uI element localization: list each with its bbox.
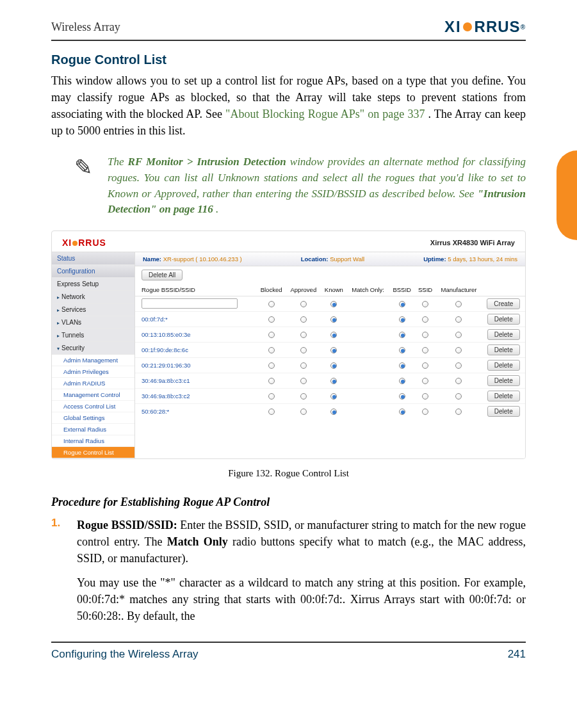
nav-admin-management[interactable]: Admin Management — [52, 355, 134, 366]
row-bssid: 00:0f:7d:* — [135, 311, 256, 327]
radio-icon[interactable] — [268, 332, 275, 338]
step1-strong: Rogue BSSID/SSID: — [77, 519, 177, 531]
col-match-manufacturer: Manufacturer — [435, 284, 482, 296]
nav-services[interactable]: ▸Services — [52, 303, 134, 316]
radio-icon[interactable] — [330, 316, 337, 323]
radio-icon[interactable] — [455, 316, 462, 323]
nav-status[interactable]: Status — [52, 252, 134, 265]
nav-internal-radius[interactable]: Internal Radius — [52, 435, 134, 447]
radio-icon[interactable] — [399, 332, 405, 338]
delete-all-button[interactable]: Delete All — [142, 270, 183, 280]
screenshot-panel: XIRRUS Xirrus XR4830 WiFi Array Status C… — [51, 231, 526, 459]
nav-global-settings[interactable]: Global Settings — [52, 412, 134, 424]
radio-icon[interactable] — [330, 332, 337, 338]
shot-logo-dot-icon — [72, 241, 77, 246]
nav-tunnels[interactable]: ▸Tunnels — [52, 329, 134, 342]
radio-icon[interactable] — [300, 301, 307, 307]
nav-rogue-control-list[interactable]: Rogue Control List — [52, 447, 134, 458]
radio-icon[interactable] — [330, 393, 337, 400]
radio-icon[interactable] — [399, 362, 405, 369]
radio-icon[interactable] — [330, 408, 337, 415]
step1-bold2: Match Only — [167, 535, 228, 548]
delete-button[interactable]: Delete — [487, 406, 520, 417]
radio-icon[interactable] — [455, 378, 462, 384]
radio-icon[interactable] — [399, 408, 405, 415]
shot-toolbar: Delete All — [135, 266, 525, 284]
radio-icon[interactable] — [268, 301, 275, 307]
nav-management-control[interactable]: Management Control — [52, 389, 134, 401]
nav-access-control-list[interactable]: Access Control List — [52, 401, 134, 412]
radio-icon[interactable] — [330, 362, 337, 369]
radio-icon[interactable] — [422, 393, 428, 400]
radio-icon[interactable] — [268, 316, 275, 323]
radio-icon[interactable] — [300, 393, 307, 400]
radio-icon[interactable] — [455, 362, 462, 369]
radio-icon[interactable] — [268, 378, 275, 384]
xirrus-logo: XI RRUS ® — [444, 18, 526, 36]
info-uptime-label: Uptime: — [423, 255, 446, 263]
nav-vlans[interactable]: ▸VLANs — [52, 316, 134, 329]
rogue-bssid-input[interactable] — [142, 298, 238, 309]
delete-button[interactable]: Delete — [487, 360, 520, 371]
radio-icon[interactable] — [399, 393, 405, 400]
col-match-bssid: BSSID — [389, 284, 415, 296]
radio-icon[interactable] — [422, 362, 428, 369]
radio-icon[interactable] — [399, 316, 405, 323]
delete-button[interactable]: Delete — [487, 375, 520, 386]
radio-icon[interactable] — [300, 347, 307, 353]
delete-button[interactable]: Delete — [487, 329, 520, 340]
radio-icon[interactable] — [422, 408, 428, 415]
radio-icon[interactable] — [268, 362, 275, 369]
radio-icon[interactable] — [399, 347, 405, 353]
radio-icon[interactable] — [422, 347, 428, 353]
chevron-right-icon: ▸ — [57, 307, 60, 313]
radio-icon[interactable] — [455, 408, 462, 415]
delete-button[interactable]: Delete — [487, 391, 520, 401]
radio-icon[interactable] — [422, 332, 428, 338]
radio-icon[interactable] — [422, 316, 428, 323]
nav-network[interactable]: ▸Network — [52, 291, 134, 303]
radio-icon[interactable] — [455, 301, 462, 307]
radio-icon[interactable] — [330, 347, 337, 353]
table-header-row: Rogue BSSID/SSID Blocked Approved Known … — [135, 284, 525, 296]
page-header: Wireless Array XI RRUS ® — [51, 18, 526, 41]
table-row: 30:46:9a:8b:c3:c1Delete — [135, 373, 525, 388]
radio-icon[interactable] — [399, 378, 405, 384]
nav-label: Services — [61, 306, 86, 313]
radio-icon[interactable] — [455, 332, 462, 338]
radio-icon[interactable] — [422, 301, 428, 307]
shot-logo-rest: RRUS — [78, 238, 106, 248]
radio-icon[interactable] — [300, 362, 307, 369]
nav-admin-privileges[interactable]: Admin Privileges — [52, 366, 134, 378]
create-button[interactable]: Create — [487, 298, 520, 309]
table-row: 00:1f:90:de:8c:6cDelete — [135, 342, 525, 357]
delete-button[interactable]: Delete — [487, 314, 520, 325]
delete-button[interactable]: Delete — [487, 344, 520, 355]
step1-p1: Rogue BSSID/SSID: Enter the BSSID, SSID,… — [77, 517, 526, 567]
nav-external-radius[interactable]: External Radius — [52, 424, 134, 435]
radio-icon[interactable] — [422, 378, 428, 384]
radio-icon[interactable] — [268, 393, 275, 400]
side-tab-marker — [557, 150, 577, 240]
nav-admin-radius[interactable]: Admin RADIUS — [52, 378, 134, 389]
intro-crossref-link[interactable]: "About Blocking Rogue APs" on page 337 — [225, 108, 425, 120]
radio-icon[interactable] — [300, 332, 307, 338]
nav-configuration[interactable]: Configuration — [52, 265, 134, 278]
radio-icon[interactable] — [330, 378, 337, 384]
table-row: 00:13:10:85:e0:3eDelete — [135, 327, 525, 342]
radio-icon[interactable] — [268, 408, 275, 415]
radio-icon[interactable] — [330, 301, 337, 307]
radio-icon[interactable] — [300, 408, 307, 415]
radio-icon[interactable] — [455, 347, 462, 353]
radio-icon[interactable] — [300, 378, 307, 384]
section-heading: Rogue Control List — [51, 53, 526, 67]
radio-icon[interactable] — [300, 316, 307, 323]
nav-express-setup[interactable]: Express Setup — [52, 278, 134, 291]
nav-security[interactable]: ▾Security — [52, 342, 134, 355]
shot-topbar: XIRRUS Xirrus XR4830 WiFi Array — [52, 231, 525, 252]
radio-icon[interactable] — [455, 393, 462, 400]
step-number: 1. — [51, 517, 60, 530]
row-bssid: 00:1f:90:de:8c:6c — [135, 342, 256, 357]
radio-icon[interactable] — [399, 301, 405, 307]
radio-icon[interactable] — [268, 347, 275, 353]
